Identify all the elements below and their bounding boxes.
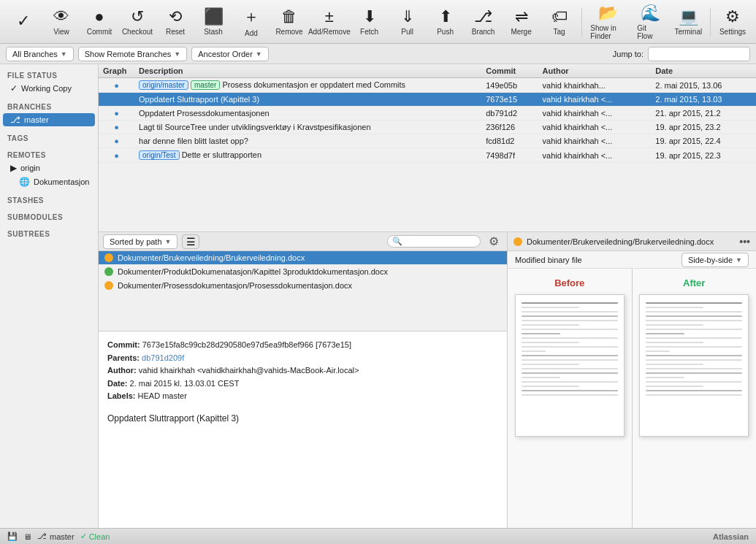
list-item[interactable]: Dokumenter/Prosessdokumentasjon/Prosessd…: [99, 279, 507, 293]
jump-to-input[interactable]: [648, 47, 750, 61]
toolbar-fetch-label: Fetch: [360, 28, 378, 36]
clean-label: Clean: [89, 532, 110, 541]
author-cell: vahid khairkhah <...: [538, 93, 652, 107]
toolbar-pull[interactable]: ⇓ Pull: [390, 4, 425, 39]
toolbar-stash[interactable]: ⬛ Stash: [196, 4, 231, 39]
origin-expand-icon: ▶: [10, 163, 17, 173]
graph-cell: ●: [99, 134, 134, 148]
doc-line-18: [522, 377, 560, 378]
table-row[interactable]: ●origin/TestDette er sluttrapporten7498d…: [99, 148, 756, 163]
after-panel: After: [633, 269, 757, 528]
branches-dropdown-arrow: ▼: [61, 50, 67, 58]
commit-info-line: Commit: 7673e15fa8c99cb28d290580e97d5ea9…: [107, 339, 498, 352]
list-item[interactable]: Dokumenter/Brukerveiledning/Brukerveiled…: [99, 251, 507, 265]
sidebar-branches-section: BRANCHES: [0, 100, 98, 112]
file-search-input[interactable]: [402, 237, 476, 246]
sidebar-tags-group: TAGS: [0, 131, 98, 144]
doc-line-14: [522, 359, 618, 361]
content-area: Graph Description Commit Author Date ●or…: [99, 64, 756, 528]
toolbar-checkmark[interactable]: ✓: [6, 9, 41, 35]
search-container: 🔍: [387, 235, 481, 248]
remote-branches-dropdown[interactable]: Show Remote Branches ▼: [78, 47, 188, 61]
parents-hash-link[interactable]: db791d209f: [142, 353, 184, 362]
branches-dropdown[interactable]: All Branches ▼: [6, 47, 74, 61]
after-doc-line-1: [646, 302, 742, 304]
after-doc-line-9: [646, 337, 742, 339]
after-doc-line-5: [646, 320, 742, 321]
toolbar-remove-label: Remove: [275, 28, 302, 36]
diff-filename: Dokumenter/Brukerveiledning/Brukerveiled…: [527, 237, 714, 246]
terminal-icon: 💻: [679, 7, 698, 26]
toolbar-merge[interactable]: ⇌ Merge: [504, 4, 539, 39]
toolbar-checkout[interactable]: ↺ Checkout: [120, 4, 155, 39]
toolbar-remove[interactable]: 🗑 Remove: [272, 4, 307, 39]
toolbar-git-flow[interactable]: 🌊 Git Flow: [633, 1, 668, 43]
toolbar-settings[interactable]: ⚙ Settings: [715, 4, 750, 39]
diff-options-button[interactable]: •••: [739, 236, 750, 248]
file-search-box[interactable]: 🔍: [387, 235, 481, 248]
doc-line-20: [522, 386, 579, 387]
view-mode-arrow: ▼: [736, 256, 742, 264]
toolbar-commit[interactable]: ● Commit: [82, 4, 117, 39]
toolbar-push[interactable]: ⬆ Push: [428, 4, 463, 39]
toolbar-view-label: View: [53, 28, 69, 36]
toolbar-show-in-finder[interactable]: 📂 Show in Finder: [586, 1, 630, 43]
author-label: Author:: [107, 366, 137, 375]
reset-icon: ⟲: [169, 7, 182, 26]
labels-label: Labels:: [107, 391, 136, 400]
author-cell: vahid khairkhah <...: [538, 107, 652, 120]
master-branch-icon: ⎇: [10, 115, 20, 125]
table-row[interactable]: ●Oppdatert Sluttrapport (Kapittel 3)7673…: [99, 93, 756, 107]
doc-line-13: [522, 355, 618, 356]
file-status-dot: [104, 267, 113, 276]
commit-cell: fcd81d2: [481, 134, 538, 148]
toolbar-branch[interactable]: ⎇ Branch: [466, 4, 501, 39]
view-mode-dropdown[interactable]: Side-by-side ▼: [681, 253, 749, 267]
toolbar-add[interactable]: ＋ Add: [234, 3, 269, 40]
remove-icon: 🗑: [281, 7, 297, 26]
dokumentasjon-icon: 🌐: [19, 177, 30, 187]
table-row[interactable]: ●har denne filen blitt lastet opp?fcd81d…: [99, 134, 756, 148]
sidebar-remotes-group: REMOTES ▶ origin 🌐 Dokumentasjon: [0, 148, 98, 189]
toolbar-separator2: [710, 7, 711, 37]
order-dropdown[interactable]: Ancestor Order ▼: [191, 47, 269, 61]
toolbar-tag-label: Tag: [554, 28, 565, 36]
date-cell: 19. apr 2015, 22.4: [651, 134, 756, 148]
toolbar-terminal-label: Terminal: [674, 28, 702, 36]
sidebar-dokumentasjon-label: Dokumentasjon: [34, 177, 89, 186]
branch-label: ⎇ master: [37, 532, 75, 541]
after-doc-line-16: [646, 368, 742, 369]
toolbar-fetch[interactable]: ⬇ Fetch: [352, 4, 387, 39]
list-item[interactable]: Dokumenter/ProduktDokumenatasjon/Kapitte…: [99, 265, 507, 279]
sort-dropdown[interactable]: Sorted by path ▼: [103, 234, 177, 249]
toolbar-terminal[interactable]: 💻 Terminal: [671, 4, 706, 39]
after-doc-line-22: [646, 394, 742, 396]
doc-line-11: [522, 346, 618, 348]
sidebar-item-master[interactable]: ⎇ master: [3, 113, 95, 126]
doc-line-8: [522, 333, 560, 334]
sidebar-item-working-copy[interactable]: ✓ Working Copy: [3, 82, 95, 95]
after-doc-line-2: [646, 307, 703, 308]
file-settings-button[interactable]: ⚙: [485, 234, 503, 249]
sidebar-submodules-section: SUBMODULES: [0, 210, 98, 223]
diff-content: Before: [508, 269, 756, 528]
branch-icon: ⎇: [474, 7, 492, 26]
toolbar-add-remove[interactable]: ± Add/Remove: [310, 4, 349, 39]
before-panel: Before: [508, 269, 632, 528]
sidebar-item-origin[interactable]: ▶ origin: [3, 161, 95, 175]
toolbar-view[interactable]: 👁 View: [44, 4, 79, 39]
table-row[interactable]: ●Lagt til SourceTree under utviklingsver…: [99, 120, 756, 134]
commit-header: Commit: [481, 64, 538, 78]
doc-line-12: [522, 350, 546, 352]
toolbar-tag[interactable]: 🏷 Tag: [542, 4, 577, 39]
tag-badge: origin/master: [139, 80, 188, 90]
list-view-button[interactable]: ☰: [182, 234, 199, 249]
table-row[interactable]: ●Oppdatert Prosessdokumentasjonendb791d2…: [99, 107, 756, 120]
file-path: Dokumenter/Prosessdokumentasjon/Prosessd…: [118, 281, 352, 290]
checkout-icon: ↺: [131, 7, 144, 26]
pull-icon: ⇓: [401, 7, 414, 26]
date-header: Date: [651, 64, 756, 78]
sidebar-item-dokumentasjon[interactable]: 🌐 Dokumentasjon: [3, 175, 95, 188]
toolbar-reset[interactable]: ⟲ Reset: [158, 4, 193, 39]
table-row[interactable]: ●origin/mastermasterProsess dokumentasjo…: [99, 78, 756, 93]
